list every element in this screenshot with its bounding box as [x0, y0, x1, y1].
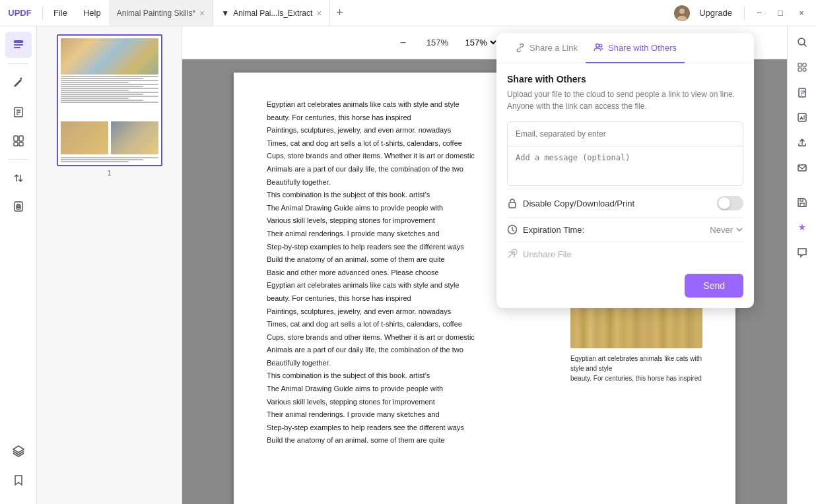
- updf-logo: UPDF: [0, 0, 40, 26]
- sidebar-page-icon[interactable]: [5, 127, 32, 154]
- upgrade-button[interactable]: Upgrade: [693, 5, 739, 20]
- right-search-icon[interactable]: [792, 32, 813, 53]
- sidebar-divider-1: [9, 63, 28, 64]
- maximize-button[interactable]: □: [771, 4, 790, 22]
- right-share-icon[interactable]: [792, 132, 813, 153]
- right-sidebar: [787, 26, 816, 504]
- title-bar: UPDF File Help Animal Painting Skills* ×…: [0, 0, 816, 26]
- zoom-select[interactable]: 157% 100% 150% 200%: [463, 37, 498, 48]
- sidebar-reader-icon[interactable]: [5, 32, 32, 58]
- pdf-line-24: Their animal renderings. I provide many …: [267, 409, 557, 421]
- user-avatar[interactable]: [674, 5, 690, 21]
- disable-copy-label: Disable Copy/Download/Print: [507, 198, 634, 208]
- sidebar-protect-icon[interactable]: [5, 194, 32, 220]
- pdf-line-26: Build the anatomy of an animal. some of …: [267, 435, 557, 447]
- tab-0[interactable]: Animal Painting Skills* ×: [109, 0, 214, 26]
- right-ai-icon[interactable]: [792, 107, 813, 128]
- tab-add-button[interactable]: +: [330, 4, 349, 22]
- zoom-input[interactable]: [418, 38, 458, 47]
- svg-rect-10: [14, 136, 18, 141]
- thumbnail-page-1[interactable]: 1: [57, 34, 162, 177]
- pdf-line-18: Cups, store brands and other items. Whet…: [267, 332, 557, 344]
- zoom-out-button[interactable]: −: [394, 34, 413, 52]
- share-tab-link[interactable]: Share a Link: [507, 33, 586, 63]
- title-bar-divider: [42, 7, 43, 20]
- app-logo-text: UPDF: [8, 8, 31, 18]
- svg-point-1: [679, 9, 685, 14]
- svg-rect-4: [14, 44, 23, 46]
- left-sidebar: [0, 26, 37, 504]
- expiration-value[interactable]: Never: [710, 225, 743, 235]
- share-tab-link-label: Share a Link: [529, 43, 578, 53]
- right-save-icon[interactable]: [792, 192, 813, 213]
- toggle-knob: [718, 197, 730, 209]
- share-section-desc: Upload your file to the cloud to send pe…: [507, 88, 743, 112]
- thumbnail-image-1: [57, 34, 162, 166]
- svg-point-27: [803, 68, 806, 71]
- svg-rect-24: [798, 63, 801, 67]
- pdf-line-17: Times, cat and dog art sells a lot of t-…: [267, 319, 557, 331]
- link-icon: [515, 42, 526, 53]
- chevron-down-icon: [735, 226, 743, 234]
- sidebar-annotate-icon[interactable]: [5, 98, 32, 125]
- send-row: Send: [507, 268, 743, 298]
- share-tab-others-label: Share with Others: [608, 43, 677, 53]
- svg-rect-19: [509, 203, 516, 208]
- share-tabs: Share a Link Share with Others: [496, 33, 754, 63]
- titlebar-divider-2: [744, 7, 745, 20]
- unshare-icon: [507, 249, 518, 259]
- minimize-button[interactable]: −: [750, 4, 768, 22]
- sidebar-edit-icon[interactable]: [5, 69, 32, 96]
- sidebar-bottom: [5, 438, 32, 499]
- expiration-row: Expiration Time: Never: [507, 217, 743, 241]
- right-chat-icon[interactable]: [792, 242, 813, 263]
- share-tab-others[interactable]: Share with Others: [586, 33, 685, 63]
- thumbnail-panel: 1: [37, 26, 182, 504]
- svg-point-18: [599, 44, 602, 47]
- share-email-input[interactable]: [507, 121, 743, 146]
- tab-0-close[interactable]: ×: [199, 9, 205, 18]
- clock-icon: [507, 224, 518, 235]
- svg-rect-14: [15, 202, 22, 211]
- disable-copy-toggle[interactable]: [717, 196, 743, 210]
- svg-rect-5: [14, 47, 20, 48]
- pdf-line-20: Beautifully together.: [267, 358, 557, 369]
- sidebar-bookmark-icon[interactable]: [5, 467, 32, 493]
- right-sidebar-spacer: [801, 185, 802, 185]
- pdf-line-19: Animals are a part of our daily life, th…: [267, 344, 557, 356]
- tab-1-close[interactable]: ×: [316, 9, 322, 18]
- right-extract-icon[interactable]: [792, 82, 813, 103]
- thumbnail-page-num: 1: [107, 169, 111, 177]
- expiration-label: Expiration Time:: [507, 224, 584, 235]
- sidebar-layers-icon[interactable]: [5, 438, 32, 464]
- send-button[interactable]: Send: [685, 274, 743, 298]
- share-message-input[interactable]: [507, 146, 743, 186]
- right-sparkle-icon[interactable]: [792, 217, 813, 238]
- right-mail-icon[interactable]: [792, 157, 813, 178]
- close-button[interactable]: ×: [792, 4, 811, 22]
- tabs-area: Animal Painting Skills* × ▼ Animal Pai..…: [109, 0, 674, 26]
- share-panel: Share a Link Share with Others Share wit…: [496, 33, 754, 308]
- sidebar-divider-2: [9, 159, 28, 160]
- lock-icon: [507, 198, 518, 208]
- share-panel-body: Share with Others Upload your file to th…: [496, 63, 754, 308]
- tab-arrow: ▼: [221, 9, 229, 18]
- right-ocr-icon[interactable]: [792, 57, 813, 78]
- menu-help[interactable]: Help: [75, 0, 109, 26]
- pdf-line-25: Step-by-step examples to help readers se…: [267, 422, 557, 434]
- disable-copy-row: Disable Copy/Download/Print: [507, 189, 743, 217]
- tab-1[interactable]: ▼ Animal Pai...ls_Extract ×: [213, 0, 330, 26]
- pdf-line-21: This combination is the subject of this …: [267, 370, 557, 382]
- pdf-bottom-text: Egyptian art celebrates animals like cat…: [570, 354, 702, 383]
- unshare-row[interactable]: Unshare File: [507, 241, 743, 266]
- main-area: 1 − 157% 100% 150% 200% + ⇈ ↑ Egyptian a…: [0, 26, 816, 504]
- svg-line-23: [804, 44, 806, 46]
- tab-1-label: Animal Pai...ls_Extract: [233, 9, 312, 18]
- svg-rect-13: [19, 142, 23, 146]
- menu-file[interactable]: File: [46, 0, 75, 26]
- svg-point-2: [677, 16, 687, 21]
- unshare-label: Unshare File: [523, 249, 572, 259]
- svg-rect-30: [798, 165, 806, 171]
- svg-rect-26: [798, 68, 801, 71]
- sidebar-convert-icon[interactable]: [5, 165, 32, 191]
